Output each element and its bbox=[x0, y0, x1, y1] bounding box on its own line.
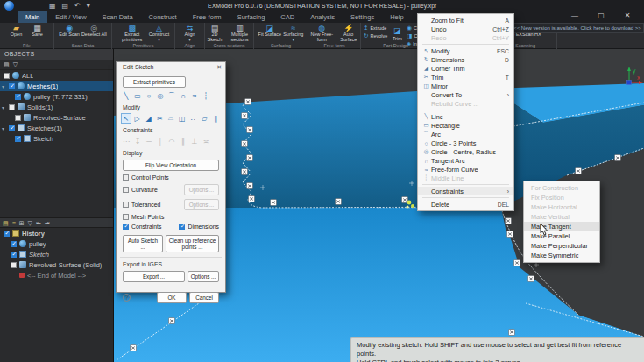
checkbox[interactable] bbox=[15, 115, 21, 121]
checkbox[interactable] bbox=[123, 224, 129, 230]
chevron-down-icon[interactable]: ▾ bbox=[87, 1, 90, 11]
constraint-badge[interactable] bbox=[514, 260, 520, 266]
offset-tool[interactable]: ▱ bbox=[199, 113, 209, 124]
history-item-revolved-surface[interactable]: Revolved-Surface (Solid) bbox=[0, 259, 113, 270]
menu-item-zoom-to-fit[interactable]: Zoom to FitA bbox=[418, 16, 513, 25]
line-tool[interactable]: ╲ bbox=[121, 90, 131, 101]
menu-item-middle-line[interactable]: ┆Middle Line bbox=[418, 174, 513, 182]
open-icon[interactable]: ▤ bbox=[62, 1, 69, 11]
history-item-sketch[interactable]: Sketch bbox=[0, 249, 113, 259]
constraint-badge[interactable] bbox=[271, 200, 277, 206]
constraint-badge[interactable] bbox=[336, 199, 342, 205]
checkbox[interactable] bbox=[9, 104, 15, 110]
tab-edit-view[interactable]: Edit / View bbox=[47, 11, 94, 23]
align-button[interactable]: ⇆Align▾ bbox=[180, 24, 200, 43]
clean-up-reference-points-button[interactable]: Clean up reference points ... bbox=[166, 235, 219, 252]
constraint-badge[interactable] bbox=[247, 155, 253, 161]
compact-list-icon[interactable]: ≡ bbox=[12, 219, 16, 227]
checkbox[interactable] bbox=[9, 83, 15, 89]
edit-scan-button[interactable]: ◉Edit Scan bbox=[59, 24, 80, 43]
menu-item-undo[interactable]: UndoCtrl+Z bbox=[418, 25, 513, 33]
tab-help[interactable]: Help bbox=[382, 11, 411, 23]
checkbox[interactable] bbox=[123, 214, 129, 220]
export-options-button[interactable]: Options ... bbox=[188, 271, 219, 282]
tree-item-revolved-surface[interactable]: Revolved-Surface bbox=[0, 112, 113, 123]
help-icon[interactable]: ? bbox=[123, 294, 131, 302]
extract-primitives-button[interactable]: ▩Extract primitives bbox=[117, 24, 147, 43]
close-button[interactable]: ✕ bbox=[614, 10, 640, 22]
auto-sketch-button[interactable]: Auto Sketch ... bbox=[123, 235, 163, 252]
submenu-item-make-parallel[interactable]: Make Parallel bbox=[524, 231, 599, 241]
constraint-badge[interactable] bbox=[242, 169, 248, 175]
history-root[interactable]: History bbox=[0, 228, 113, 238]
circle-centre-radius-tool[interactable]: ◎ bbox=[155, 90, 166, 101]
toleranced-options-button[interactable]: Options ... bbox=[184, 199, 219, 210]
extrude-button[interactable]: ↥Extrude bbox=[364, 25, 387, 32]
submenu-item-make-vertical[interactable]: Make Vertical bbox=[524, 212, 599, 222]
menu-item-arc[interactable]: ⌒Arc bbox=[418, 130, 513, 138]
chevron-down-icon[interactable]: ▾ bbox=[0, 104, 6, 110]
tab-surfacing[interactable]: Surfacing bbox=[230, 11, 273, 23]
make-symmetric-tool[interactable]: ≍ bbox=[201, 136, 211, 146]
tree-item-pulley[interactable]: pulley (T: 772 331) bbox=[0, 91, 113, 102]
constraint-badge[interactable] bbox=[169, 318, 175, 324]
checkbox[interactable] bbox=[11, 252, 17, 258]
revolve-button[interactable]: ↻Revolve bbox=[364, 32, 387, 39]
maximize-button[interactable]: ▢ bbox=[588, 10, 614, 22]
checkbox[interactable] bbox=[15, 94, 21, 100]
constraint-badge[interactable] bbox=[242, 113, 248, 119]
constraint-badge[interactable] bbox=[247, 183, 253, 189]
submenu-item-make-tangent[interactable]: Make Tangent bbox=[524, 222, 599, 231]
cancel-button[interactable]: Cancel bbox=[189, 292, 219, 303]
filter-icon[interactable]: ▽ bbox=[13, 60, 18, 68]
tab-scan-data[interactable]: Scan Data bbox=[95, 11, 141, 23]
fit-surface-button[interactable]: ◪Fit Surface bbox=[258, 24, 282, 43]
constraint-badge[interactable] bbox=[247, 127, 253, 133]
rectangle-tool[interactable]: ▭ bbox=[132, 90, 143, 101]
tree-item-meshes[interactable]: ▾ Meshes(1) bbox=[0, 81, 113, 91]
constraint-badge[interactable] bbox=[249, 196, 255, 202]
trim-tool[interactable]: ✂ bbox=[154, 113, 165, 124]
middle-line-tool[interactable]: ┆ bbox=[201, 90, 211, 101]
menu-item-dimensions[interactable]: ↻DimensionsD bbox=[418, 55, 513, 64]
menu-item-rectangle[interactable]: ▭Rectangle bbox=[418, 121, 513, 130]
submenu-item-make-horizontal[interactable]: Make Horizontal bbox=[524, 202, 599, 212]
menu-item-modify[interactable]: ↖ModifyESC bbox=[418, 46, 513, 55]
chevron-down-icon[interactable]: ▾ bbox=[0, 125, 6, 131]
menu-item-corner-trim[interactable]: ◢Corner Trim bbox=[418, 64, 513, 73]
make-perpendicular-tool[interactable]: ⊥ bbox=[189, 136, 200, 146]
constraint-badge[interactable] bbox=[131, 345, 137, 351]
checkbox[interactable] bbox=[4, 231, 10, 237]
tab-analysis[interactable]: Analysis bbox=[302, 11, 343, 23]
menu-item-free-form-curve[interactable]: ≈Free-form Curve bbox=[418, 165, 513, 174]
history-list-icon[interactable]: ▤ bbox=[3, 219, 9, 227]
menu-item-mirror[interactable]: ◫Mirror bbox=[418, 82, 513, 90]
checkbox[interactable] bbox=[11, 241, 17, 247]
menu-item-redo[interactable]: RedoCtrl+Y bbox=[418, 33, 513, 42]
constraint-badge[interactable] bbox=[576, 168, 582, 174]
constraint-badge[interactable] bbox=[509, 330, 515, 336]
constraint-badge[interactable] bbox=[506, 218, 512, 224]
ok-button[interactable]: OK bbox=[157, 292, 187, 303]
tab-construct[interactable]: Construct bbox=[141, 11, 185, 23]
submenu-item-make-symmetric[interactable]: Make Symmetric bbox=[524, 251, 599, 260]
menu-item-line[interactable]: ╲Line bbox=[418, 112, 513, 121]
checkbox[interactable] bbox=[179, 224, 185, 230]
constraint-badge[interactable] bbox=[402, 197, 408, 203]
circle-3-points-tool[interactable]: ○ bbox=[144, 90, 154, 101]
checkbox[interactable] bbox=[123, 187, 129, 193]
history-item-pulley[interactable]: pulley bbox=[0, 238, 113, 249]
submenu-item-for-construction[interactable]: For Construction bbox=[524, 183, 599, 193]
free-form-curve-tool[interactable]: ≈ bbox=[189, 90, 200, 101]
tab-free-form[interactable]: Free-form bbox=[185, 11, 230, 23]
constraint-badge[interactable] bbox=[507, 231, 513, 238]
save-icon[interactable]: ▦ bbox=[49, 1, 56, 11]
parallel-tool[interactable]: ∥ bbox=[210, 113, 221, 124]
extract-primitives-button[interactable]: Extract primitives bbox=[123, 76, 186, 88]
checkbox[interactable] bbox=[11, 262, 17, 268]
undo-icon[interactable]: ↶ bbox=[74, 1, 81, 11]
jump-end-icon[interactable]: ⇥ bbox=[45, 219, 50, 227]
curvature-options-button[interactable]: Options ... bbox=[184, 184, 219, 195]
menu-item-tangent-arc[interactable]: ∩Tangent Arc bbox=[418, 156, 513, 165]
tree-item-all[interactable]: ALL bbox=[0, 70, 113, 81]
